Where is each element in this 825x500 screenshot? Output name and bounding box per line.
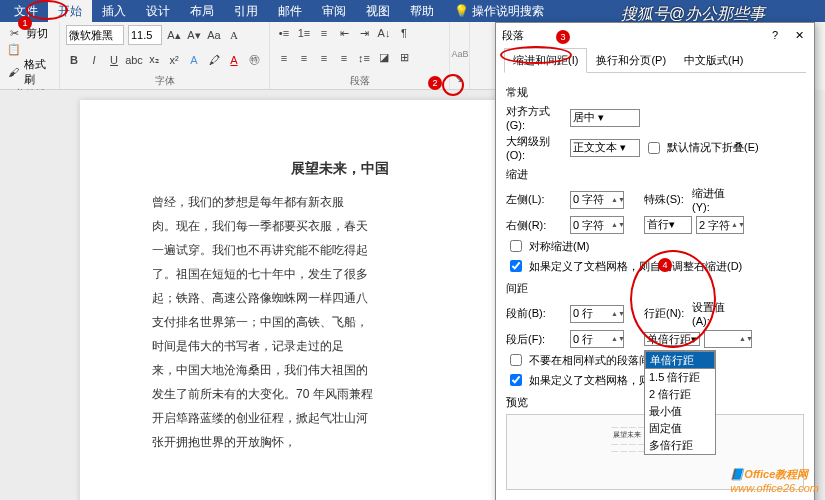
enclose-icon[interactable]: ㊕ xyxy=(246,52,262,68)
at-spin[interactable]: ▲▼ xyxy=(704,330,752,348)
font-color-icon[interactable]: A xyxy=(226,52,242,68)
tab-asian[interactable]: 中文版式(H) xyxy=(675,48,752,73)
doc-para: 起；铁路、高速公路像蜘蛛网一样四通八 xyxy=(128,286,552,310)
tell-me[interactable]: 💡 操作说明搜索 xyxy=(444,0,554,23)
tab-help[interactable]: 帮助 xyxy=(400,0,444,23)
phonetic-icon[interactable]: A xyxy=(226,27,242,43)
subscript-icon[interactable]: x₂ xyxy=(146,52,162,68)
alignment-label: 对齐方式(G): xyxy=(506,104,566,131)
borders-icon[interactable]: ⊞ xyxy=(396,50,412,66)
line-spacing-select[interactable]: 单倍行距▾ xyxy=(644,332,700,346)
show-marks-icon[interactable]: ¶ xyxy=(396,25,412,41)
align-left-icon[interactable]: ≡ xyxy=(276,50,292,66)
align-center-icon[interactable]: ≡ xyxy=(296,50,312,66)
tab-references[interactable]: 引用 xyxy=(224,0,268,23)
doc-para: 发生了前所未有的大变化。70 年风雨兼程 xyxy=(128,382,552,406)
dd-1-5[interactable]: 1.5 倍行距 xyxy=(645,369,715,386)
doc-para: 肉。现在，我们每一季都要买衣服，春天 xyxy=(128,214,552,238)
doc-para: 时间是伟大的书写者，记录走过的足 xyxy=(128,334,552,358)
strike-icon[interactable]: abc xyxy=(126,52,142,68)
doc-title: 展望未来，中国 xyxy=(128,160,552,178)
indent-inc-icon[interactable]: ⇥ xyxy=(356,25,372,41)
paste-icon[interactable]: 📋 xyxy=(6,41,22,57)
font-name-select[interactable] xyxy=(66,25,124,45)
bold-icon[interactable]: B xyxy=(66,52,82,68)
at-label: 设置值(A): xyxy=(692,300,742,327)
by-spin[interactable]: 2 字符▲▼ xyxy=(696,216,744,234)
indent-dec-icon[interactable]: ⇤ xyxy=(336,25,352,41)
fmt-label: 格式刷 xyxy=(24,57,53,87)
watermark-footer: 📘Office教程网www.office26.com xyxy=(730,467,819,494)
special-select[interactable]: 首行▾ xyxy=(644,216,692,234)
tab-design[interactable]: 设计 xyxy=(136,0,180,23)
left-indent-label: 左侧(L): xyxy=(506,192,566,207)
doc-para: 一遍试穿。我们也不再讲究能不能吃得起 xyxy=(128,238,552,262)
before-spin[interactable]: 0 行▲▼ xyxy=(570,305,624,323)
special-label: 特殊(S): xyxy=(644,192,688,207)
doc-para: 张开拥抱世界的开放胸怀， xyxy=(128,430,552,454)
group-spacing: 间距 xyxy=(506,281,804,296)
annotation-4: 4 xyxy=(658,258,672,272)
font-size-select[interactable] xyxy=(128,25,162,45)
sort-icon[interactable]: A↓ xyxy=(376,25,392,41)
auto-indent-checkbox[interactable] xyxy=(510,260,522,272)
doc-para: 了。祖国在短短的七十年中，发生了很多 xyxy=(128,262,552,286)
close-icon[interactable]: ✕ xyxy=(790,29,808,42)
doc-para: 开启筚路蓝缕的创业征程，掀起气壮山河 xyxy=(128,406,552,430)
paragraph-launcher-icon[interactable]: ↘ xyxy=(451,71,467,87)
line-spacing-label: 行距(N): xyxy=(644,306,688,321)
alignment-select[interactable]: 居中 ▾ xyxy=(570,109,640,127)
shrink-font-icon[interactable]: A▾ xyxy=(186,27,202,43)
format-painter-icon[interactable]: 🖌 xyxy=(6,64,20,80)
align-right-icon[interactable]: ≡ xyxy=(316,50,332,66)
help-icon[interactable]: ? xyxy=(766,29,784,42)
doc-para: 曾经，我们的梦想是每年都有新衣服 xyxy=(128,190,552,214)
group-indent: 缩进 xyxy=(506,167,804,182)
paragraph-label: 段落 xyxy=(276,74,443,88)
tab-insert[interactable]: 插入 xyxy=(92,0,136,23)
tab-review[interactable]: 审阅 xyxy=(312,0,356,23)
tab-mailings[interactable]: 邮件 xyxy=(268,0,312,23)
bullets-icon[interactable]: •≡ xyxy=(276,25,292,41)
left-indent-spin[interactable]: 0 字符▲▼ xyxy=(570,191,624,209)
grow-font-icon[interactable]: A▴ xyxy=(166,27,182,43)
outline-select[interactable]: 正文文本 ▾ xyxy=(570,139,640,157)
right-indent-spin[interactable]: 0 字符▲▼ xyxy=(570,216,624,234)
text-effects-icon[interactable]: A xyxy=(186,52,202,68)
numbering-icon[interactable]: 1≡ xyxy=(296,25,312,41)
underline-icon[interactable]: U xyxy=(106,52,122,68)
mirror-checkbox[interactable] xyxy=(510,240,522,252)
superscript-icon[interactable]: x² xyxy=(166,52,182,68)
after-label: 段后(F): xyxy=(506,332,566,347)
snap-grid-checkbox[interactable] xyxy=(510,374,522,386)
line-spacing-icon[interactable]: ↕≡ xyxy=(356,50,372,66)
tab-layout[interactable]: 布局 xyxy=(180,0,224,23)
highlight-icon[interactable]: 🖍 xyxy=(206,52,222,68)
italic-icon[interactable]: I xyxy=(86,52,102,68)
tab-view[interactable]: 视图 xyxy=(356,0,400,23)
dd-single[interactable]: 单倍行距 xyxy=(645,351,715,369)
doc-para: 来，中国大地沧海桑田，我们伟大祖国的 xyxy=(128,358,552,382)
tab-home[interactable]: 开始 xyxy=(48,0,92,23)
change-case-icon[interactable]: Aa xyxy=(206,27,222,43)
no-space-same-checkbox[interactable] xyxy=(510,354,522,366)
dialog-title: 段落 xyxy=(502,28,524,43)
dd-double[interactable]: 2 倍行距 xyxy=(645,386,715,403)
annotation-3: 3 xyxy=(556,30,570,44)
dd-exact[interactable]: 固定值 xyxy=(645,420,715,437)
aabb-icon[interactable]: AaB xyxy=(452,46,468,62)
tab-indent-spacing[interactable]: 缩进和间距(I) xyxy=(504,48,587,73)
dd-min[interactable]: 最小值 xyxy=(645,403,715,420)
justify-icon[interactable]: ≡ xyxy=(336,50,352,66)
right-indent-label: 右侧(R): xyxy=(506,218,566,233)
group-general: 常规 xyxy=(506,85,804,100)
paragraph-dialog: 段落 ? ✕ 缩进和间距(I) 换行和分页(P) 中文版式(H) 常规 对齐方式… xyxy=(495,22,815,500)
after-spin[interactable]: 0 行▲▼ xyxy=(570,330,624,348)
multilevel-icon[interactable]: ≡ xyxy=(316,25,332,41)
shading-icon[interactable]: ◪ xyxy=(376,50,392,66)
tab-line-page[interactable]: 换行和分页(P) xyxy=(587,48,675,73)
collapse-checkbox[interactable] xyxy=(648,142,660,154)
watermark: 搜狐号@办公那些事 xyxy=(621,4,765,25)
font-label: 字体 xyxy=(66,74,263,88)
dd-multiple[interactable]: 多倍行距 xyxy=(645,437,715,454)
